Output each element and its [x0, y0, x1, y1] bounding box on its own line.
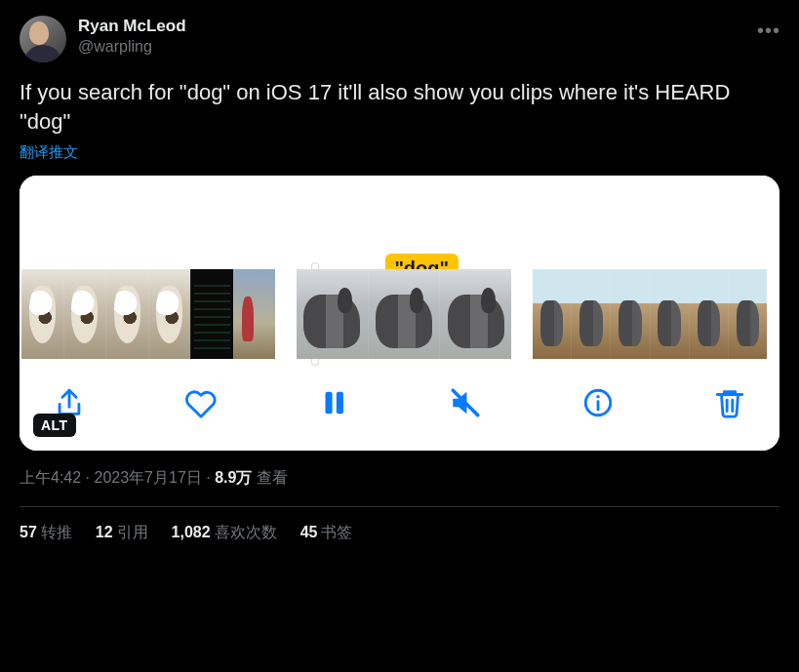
translate-link[interactable]: 翻译推文 — [20, 143, 78, 162]
user-info[interactable]: Ryan McLeod @warpling — [78, 16, 186, 58]
clip-frame — [689, 269, 728, 359]
video-scrubber[interactable] — [20, 269, 779, 359]
views-count[interactable]: 8.9万 — [215, 469, 252, 486]
media-card[interactable]: "dog" — [20, 176, 779, 451]
views-label: 查看 — [257, 469, 288, 486]
clip-frame — [533, 269, 571, 359]
clip-frame — [439, 269, 511, 359]
stats-row: 57转推 12引用 1,082喜欢次数 45书签 — [20, 523, 779, 543]
clip-group[interactable] — [533, 269, 767, 359]
display-name: Ryan McLeod — [78, 16, 186, 37]
clip-frame — [63, 269, 106, 359]
more-button[interactable]: ••• — [752, 14, 785, 47]
svg-rect-1 — [337, 392, 343, 415]
alt-badge[interactable]: ALT — [33, 414, 76, 437]
tweet-date[interactable]: 2023年7月17日 — [94, 469, 201, 486]
like-button[interactable] — [180, 382, 221, 423]
likes-count: 1,082 — [172, 524, 211, 540]
retweets-stat[interactable]: 57转推 — [20, 523, 72, 543]
clip-frame — [190, 269, 233, 359]
retweets-label: 转推 — [41, 524, 72, 540]
quotes-count: 12 — [96, 524, 113, 540]
mute-button[interactable] — [445, 382, 486, 423]
quotes-stat[interactable]: 12引用 — [96, 523, 148, 543]
pause-button[interactable] — [313, 382, 354, 423]
clip-frame — [297, 269, 368, 359]
divider — [20, 506, 779, 507]
clip-group[interactable] — [297, 269, 511, 359]
clip-frame — [368, 269, 440, 359]
bookmarks-label: 书签 — [321, 524, 352, 540]
likes-stat[interactable]: 1,082喜欢次数 — [172, 523, 277, 543]
tweet-meta: 上午4:42 · 2023年7月17日 · 8.9万 查看 — [20, 468, 779, 489]
info-icon — [581, 386, 615, 419]
tweet-header: Ryan McLeod @warpling — [20, 16, 779, 62]
trash-icon — [713, 386, 746, 419]
clip-frame — [571, 269, 610, 359]
pause-icon — [317, 386, 350, 419]
clip-frame — [105, 269, 148, 359]
tweet-time[interactable]: 上午4:42 — [20, 469, 81, 486]
clip-frame — [21, 269, 63, 359]
clip-frame — [650, 269, 689, 359]
clip-frame — [233, 269, 276, 359]
likes-label: 喜欢次数 — [215, 524, 277, 540]
mute-icon — [449, 386, 482, 419]
user-handle: @warpling — [78, 37, 186, 58]
quotes-label: 引用 — [117, 524, 148, 540]
bookmarks-count: 45 — [300, 524, 318, 540]
retweets-count: 57 — [20, 524, 37, 540]
info-button[interactable] — [578, 382, 619, 423]
tweet-container: Ryan McLeod @warpling ••• If you search … — [0, 0, 799, 563]
heart-icon — [184, 386, 218, 419]
clip-frame — [148, 269, 191, 359]
svg-rect-0 — [325, 392, 332, 415]
tweet-text: If you search for "dog" on iOS 17 it'll … — [20, 78, 779, 136]
bookmarks-stat[interactable]: 45书签 — [300, 523, 353, 543]
svg-point-5 — [596, 395, 599, 398]
more-icon: ••• — [757, 20, 780, 40]
clip-frame — [728, 269, 767, 359]
clip-group[interactable] — [21, 269, 275, 359]
media-toolbar — [20, 359, 779, 451]
avatar[interactable] — [20, 16, 66, 62]
delete-button[interactable] — [709, 382, 750, 423]
clip-frame — [610, 269, 649, 359]
